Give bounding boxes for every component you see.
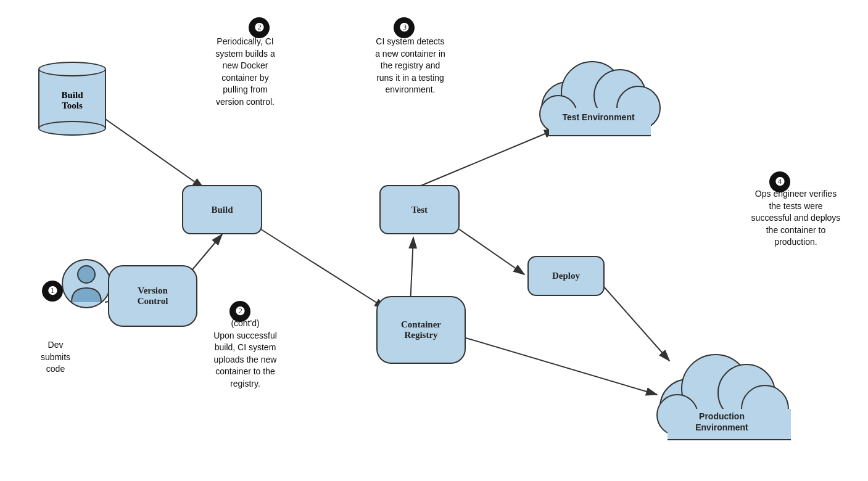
prod-env-svg: Production Environment: [642, 342, 802, 456]
build-tools-label: Build Tools: [61, 90, 83, 111]
build-node: Build: [182, 185, 262, 234]
badge-2-bottom: ❷: [229, 301, 250, 322]
annotation-2-bot-text: (cont'd)Upon successfulbuild, CI systemu…: [213, 318, 277, 388]
arrow-build-registry: [259, 228, 386, 308]
badge-2-top: ❷: [249, 17, 270, 38]
badge-1: ❶: [42, 281, 63, 302]
prod-environment-cloud: Production Environment: [642, 342, 802, 456]
annotation-3-text: CI system detectsa new container inthe r…: [375, 36, 445, 94]
deploy-node: Deploy: [527, 256, 605, 296]
annotation-4-text: Ops engineer verifiesthe tests weresucce…: [751, 189, 841, 247]
cylinder-top: [38, 62, 106, 76]
arrow-registry-test: [410, 237, 413, 305]
person-svg: [68, 262, 104, 305]
annotation-3: CI system detectsa new container inthe r…: [349, 36, 472, 96]
container-registry-node: Container Registry: [376, 296, 466, 364]
svg-point-1: [78, 266, 95, 283]
badge-3: ❸: [394, 17, 415, 38]
version-control-node: Version Control: [108, 265, 197, 327]
container-registry-label: Container Registry: [401, 319, 441, 340]
dev-person-icon: [62, 259, 111, 308]
test-label: Test: [411, 205, 428, 215]
badge-4: ❹: [769, 171, 790, 192]
prod-env-line2: Environment: [695, 422, 748, 432]
build-tools-node: Build Tools: [38, 59, 106, 139]
test-env-svg: Test Environment: [524, 49, 672, 151]
test-environment-cloud: Test Environment: [524, 49, 672, 151]
annotation-2-top-text: Periodically, CIsystem builds anew Docke…: [215, 36, 275, 107]
arrow-buildtools-build: [89, 108, 204, 188]
ci-cd-diagram: Build Tools Version Control Build Test C…: [0, 0, 868, 481]
person-circle: [62, 259, 111, 308]
deploy-label: Deploy: [552, 271, 580, 281]
annotation-2-top: Periodically, CIsystem builds anew Docke…: [191, 36, 299, 109]
annotation-1: Devsubmitscode: [19, 339, 93, 376]
cylinder-bottom: [38, 121, 106, 136]
test-node: Test: [379, 185, 460, 234]
annotation-1-text: Devsubmitscode: [41, 340, 70, 374]
annotation-4: Ops engineer verifiesthe tests weresucce…: [731, 188, 861, 249]
prod-env-line1: Production: [699, 411, 745, 421]
version-control-label: Version Control: [138, 286, 168, 306]
arrow-registry-prod: [466, 338, 657, 395]
build-label: Build: [211, 205, 233, 215]
test-env-label: Test Environment: [562, 112, 635, 122]
annotation-2-bottom: (cont'd)Upon successfulbuild, CI systemu…: [188, 318, 302, 390]
